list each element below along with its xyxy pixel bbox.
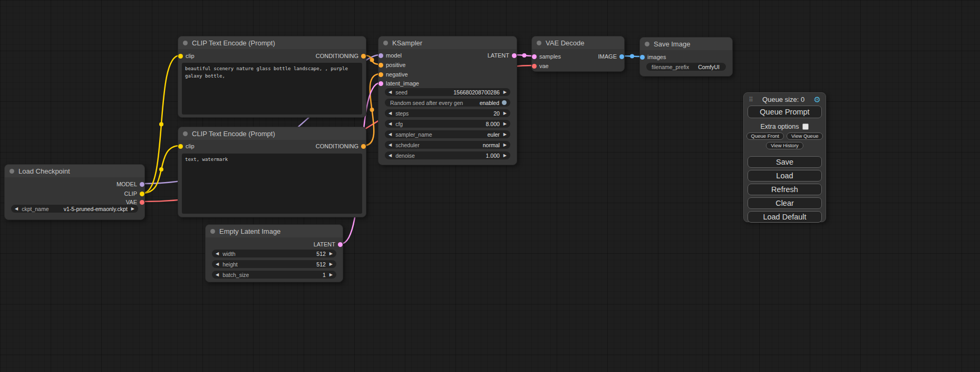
- model-input-dot[interactable]: [379, 53, 383, 58]
- clip-input-dot[interactable]: [178, 144, 183, 149]
- denoise-widget[interactable]: ◀ denoise 1.000 ▶: [385, 151, 510, 159]
- increment-icon[interactable]: ▶: [131, 207, 134, 211]
- node-vae-decode[interactable]: VAE Decode samples vae IMAGE: [531, 36, 625, 72]
- decrement-icon[interactable]: ◀: [389, 122, 392, 126]
- decrement-icon[interactable]: ◀: [389, 154, 392, 158]
- increment-icon[interactable]: ▶: [503, 143, 507, 147]
- decrement-icon[interactable]: ◀: [15, 207, 18, 211]
- view-history-button[interactable]: View History: [766, 142, 803, 149]
- node-titlebar[interactable]: Save Image: [640, 37, 732, 50]
- sampler-name-widget[interactable]: ◀ sampler_name euler ▶: [385, 130, 510, 138]
- slot-label: CLIP: [124, 190, 137, 197]
- widget-value: normal: [483, 142, 500, 148]
- node-titlebar[interactable]: CLIP Text Encode (Prompt): [178, 127, 366, 140]
- image-output-dot[interactable]: [619, 54, 624, 59]
- widget-value: 1.000: [486, 152, 500, 159]
- node-empty-latent-image[interactable]: Empty Latent Image LATENT ◀ width 512 ▶ …: [205, 224, 343, 282]
- increment-icon[interactable]: ▶: [503, 111, 507, 116]
- latent-output-dot[interactable]: [512, 53, 517, 58]
- graph-canvas[interactable]: Load Checkpoint MODEL CLIP VAE ◀ ckpt_na…: [0, 0, 980, 372]
- decrement-icon[interactable]: ◀: [389, 143, 392, 147]
- queue-panel-header[interactable]: ⠿ Queue size: 0 ⚙: [744, 93, 826, 104]
- queue-front-button[interactable]: Queue Front: [746, 132, 784, 140]
- node-titlebar[interactable]: CLIP Text Encode (Prompt): [178, 36, 366, 49]
- images-input-dot[interactable]: [640, 55, 645, 60]
- increment-icon[interactable]: ▶: [329, 262, 333, 266]
- widget-label: sampler_name: [395, 131, 432, 138]
- latent-image-input-dot[interactable]: [379, 81, 383, 86]
- clip-output-dot[interactable]: [140, 192, 144, 196]
- node-collapse-dot[interactable]: [645, 42, 649, 46]
- conditioning-output-dot[interactable]: [361, 144, 366, 149]
- node-collapse-dot[interactable]: [9, 169, 14, 174]
- decrement-icon[interactable]: ◀: [216, 252, 219, 256]
- node-collapse-dot[interactable]: [183, 131, 188, 136]
- node-clip-text-encode-negative[interactable]: CLIP Text Encode (Prompt) clip CONDITION…: [178, 127, 366, 217]
- latent-output-dot[interactable]: [338, 242, 343, 247]
- node-collapse-dot[interactable]: [210, 229, 215, 234]
- widget-label: Random seed after every gen: [390, 100, 463, 106]
- node-save-image[interactable]: Save Image images filename_prefix ComfyU…: [639, 37, 733, 77]
- decrement-icon[interactable]: ◀: [389, 132, 392, 137]
- filename-prefix-widget[interactable]: filename_prefix ComfyUI: [646, 63, 726, 71]
- width-widget[interactable]: ◀ width 512 ▶: [212, 250, 336, 257]
- widget-label: height: [222, 261, 238, 268]
- node-load-checkpoint[interactable]: Load Checkpoint MODEL CLIP VAE ◀ ckpt_na…: [4, 164, 145, 220]
- link-midpoint-dot: [159, 167, 163, 171]
- samples-input-dot[interactable]: [532, 54, 537, 59]
- seed-widget[interactable]: ◀ seed 156680208700286 ▶: [385, 88, 510, 96]
- decrement-icon[interactable]: ◀: [389, 90, 392, 94]
- prompt-textarea[interactable]: beautiful scenery nature glass bottle la…: [182, 63, 362, 115]
- increment-icon[interactable]: ▶: [329, 273, 333, 277]
- queue-prompt-button[interactable]: Queue Prompt: [748, 106, 822, 118]
- refresh-button[interactable]: Refresh: [748, 184, 822, 195]
- extra-options-checkbox[interactable]: [802, 123, 809, 130]
- clear-button[interactable]: Clear: [748, 197, 822, 209]
- save-button[interactable]: Save: [748, 156, 822, 168]
- node-titlebar[interactable]: Load Checkpoint: [5, 165, 144, 177]
- slot-label: negative: [386, 71, 408, 78]
- increment-icon[interactable]: ▶: [503, 90, 507, 94]
- decrement-icon[interactable]: ◀: [216, 273, 219, 277]
- node-ksampler[interactable]: KSampler model positive negative latent_…: [378, 36, 517, 165]
- decrement-icon[interactable]: ◀: [216, 262, 219, 266]
- scheduler-widget[interactable]: ◀ scheduler normal ▶: [385, 141, 510, 149]
- node-collapse-dot[interactable]: [537, 41, 541, 45]
- clip-input-dot[interactable]: [178, 54, 183, 59]
- node-titlebar[interactable]: VAE Decode: [532, 36, 624, 49]
- steps-widget[interactable]: ◀ steps 20 ▶: [385, 109, 510, 117]
- increment-icon[interactable]: ▶: [503, 154, 507, 158]
- load-button[interactable]: Load: [748, 170, 822, 182]
- toggle-dot[interactable]: [502, 100, 507, 105]
- drag-handle-icon[interactable]: ⠿: [749, 96, 753, 103]
- cfg-widget[interactable]: ◀ cfg 8.000 ▶: [385, 120, 510, 128]
- model-output-dot[interactable]: [140, 182, 144, 187]
- conditioning-output-dot[interactable]: [361, 54, 366, 59]
- height-widget[interactable]: ◀ height 512 ▶: [212, 260, 336, 268]
- positive-input-dot[interactable]: [379, 63, 383, 68]
- node-title: CLIP Text Encode (Prompt): [192, 39, 275, 47]
- increment-icon[interactable]: ▶: [503, 122, 507, 126]
- increment-icon[interactable]: ▶: [329, 252, 333, 256]
- decrement-icon[interactable]: ◀: [389, 111, 392, 116]
- random-seed-toggle-widget[interactable]: Random seed after every gen enabled: [385, 99, 510, 107]
- batch-size-widget[interactable]: ◀ batch_size 1 ▶: [212, 271, 336, 279]
- vae-output-dot[interactable]: [140, 200, 144, 205]
- input-slot-images: images: [640, 53, 666, 61]
- node-titlebar[interactable]: KSampler: [379, 36, 517, 49]
- slot-label: latent_image: [386, 80, 419, 87]
- node-titlebar[interactable]: Empty Latent Image: [206, 225, 343, 237]
- node-collapse-dot[interactable]: [383, 41, 388, 45]
- vae-input-dot[interactable]: [532, 64, 537, 69]
- negative-input-dot[interactable]: [379, 72, 383, 77]
- node-collapse-dot[interactable]: [183, 41, 188, 45]
- load-default-button[interactable]: Load Default: [748, 211, 822, 223]
- view-queue-button[interactable]: View Queue: [787, 132, 823, 140]
- settings-gear-icon[interactable]: ⚙: [814, 96, 821, 103]
- ckpt-name-widget[interactable]: ◀ ckpt_name v1-5-pruned-emaonly.ckpt ▶: [11, 205, 138, 213]
- increment-icon[interactable]: ▶: [503, 132, 507, 137]
- prompt-textarea[interactable]: text, watermark: [182, 154, 362, 214]
- widget-label: width: [222, 251, 236, 257]
- node-clip-text-encode-positive[interactable]: CLIP Text Encode (Prompt) clip CONDITION…: [178, 36, 366, 118]
- slot-label: CONDITIONING: [316, 143, 358, 149]
